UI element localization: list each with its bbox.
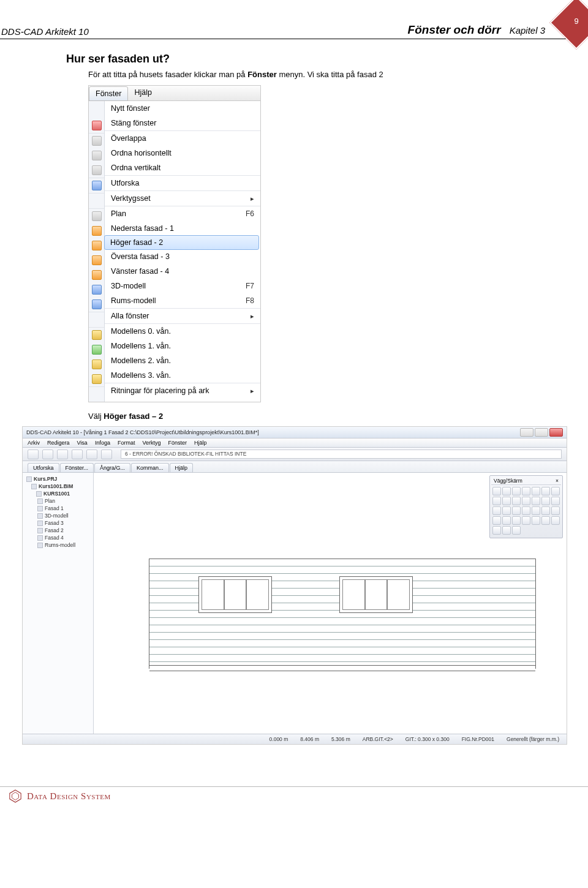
palette-button[interactable] (522, 497, 530, 505)
app-menu-arkiv[interactable]: Arkiv (28, 440, 40, 446)
palette-button[interactable] (502, 526, 511, 535)
toolbar-button[interactable] (42, 450, 53, 459)
tree-fasad4[interactable]: Fasad 4 (25, 534, 91, 541)
palette-button[interactable] (512, 506, 521, 515)
facade-foundation (149, 665, 535, 671)
palette-button[interactable] (512, 526, 521, 535)
palette-button[interactable] (502, 497, 511, 505)
palette-button[interactable] (541, 506, 550, 515)
menu-ordna-h[interactable]: Ordna horisontellt (105, 146, 260, 160)
tree-plan[interactable]: Plan (25, 497, 91, 505)
palette-close-icon[interactable]: × (556, 478, 559, 484)
dds-logo-icon (9, 789, 22, 803)
menu-modell-1[interactable]: Modellens 1. vån. (105, 339, 260, 353)
menu-stang-fonster[interactable]: Stäng fönster (105, 116, 260, 130)
palette-button[interactable] (532, 487, 540, 495)
toolbar-button[interactable] (28, 450, 39, 459)
minimize-button[interactable] (520, 428, 533, 437)
palette-button[interactable] (551, 516, 560, 525)
app-menu-fonster[interactable]: Fönster (168, 440, 187, 446)
doc-icon (37, 513, 43, 519)
menu-hoger-fasad[interactable]: Höger fasad - 2 (104, 235, 259, 250)
palette-button[interactable] (492, 506, 501, 515)
palette-button[interactable] (492, 497, 501, 505)
tab-utforska[interactable]: Utforska (28, 463, 59, 472)
palette-button[interactable] (522, 506, 530, 515)
status-z: 5.306 m (331, 736, 350, 742)
tile-h-icon (92, 151, 102, 160)
menu-alla-fonster[interactable]: Alla fönster (105, 309, 260, 323)
menu-utforska[interactable]: Utforska (105, 176, 260, 190)
tree-fasad1[interactable]: Fasad 1 (25, 505, 91, 512)
drawing-canvas[interactable]: Vägg/Skärm× (94, 473, 567, 734)
palette-button[interactable] (532, 506, 540, 515)
maximize-button[interactable] (535, 428, 548, 437)
menu-vanster-fasad[interactable]: Vänster fasad - 4 (105, 264, 260, 279)
submenu-arrow-icon (251, 194, 254, 203)
palette-button[interactable] (512, 516, 521, 525)
menubar-fonster[interactable]: Fönster (89, 86, 128, 101)
menu-overlappa[interactable]: Överlappa (105, 131, 260, 146)
tile-v-icon (92, 165, 102, 175)
menu-verktygsset[interactable]: Verktygsset (105, 191, 260, 206)
menu-rums-modell[interactable]: Rums-modellF8 (105, 293, 260, 308)
menu-modell-0[interactable]: Modellens 0. vån. (105, 324, 260, 339)
palette-button[interactable] (502, 487, 511, 495)
palette-button[interactable] (492, 487, 501, 495)
palette-button[interactable] (522, 487, 530, 495)
palette-button[interactable] (502, 506, 511, 515)
palette-button[interactable] (541, 497, 550, 505)
palette-button[interactable] (551, 506, 560, 515)
tab-hjalp[interactable]: Hjälp (170, 463, 194, 472)
palette-button[interactable] (492, 526, 501, 535)
tab-fonster[interactable]: Fönster... (60, 463, 94, 472)
menu-ritningar[interactable]: Ritningar för placering på ark (105, 383, 260, 398)
menu-oversta-fasad[interactable]: Översta fasad - 3 (105, 249, 260, 264)
palette-button[interactable] (522, 516, 530, 525)
tree-fasad2[interactable]: Fasad 2 (25, 527, 91, 534)
menu-plan[interactable]: PlanF6 (105, 206, 260, 221)
intro-paragraph: För att titta på husets fasader klickar … (88, 69, 570, 80)
section-title: Fönster och dörr (408, 23, 501, 37)
menu-nytt-fonster[interactable]: Nytt fönster (105, 101, 260, 116)
app-menu-format[interactable]: Format (118, 440, 135, 446)
app-menu-infoga[interactable]: Infoga (95, 440, 110, 446)
toolbar-button[interactable] (72, 450, 83, 459)
palette-button[interactable] (551, 497, 560, 505)
app-menu-hjalp[interactable]: Hjälp (194, 440, 207, 446)
palette-button[interactable] (541, 487, 550, 495)
tab-komman[interactable]: Komman... (131, 463, 169, 472)
page-footer: Data Design System (0, 786, 588, 815)
tree-project[interactable]: Kurs1001.BIM (25, 483, 91, 490)
tree-root[interactable]: Kurs.PRJ (25, 475, 91, 483)
palette-button[interactable] (551, 487, 560, 495)
tool-palette[interactable]: Vägg/Skärm× (489, 475, 563, 538)
app-menu-redigera[interactable]: Redigera (47, 440, 70, 446)
tree-rums[interactable]: Rums-modell (25, 541, 91, 549)
menu-modell-2[interactable]: Modellens 2. vån. (105, 353, 260, 368)
close-button[interactable] (549, 428, 563, 437)
toolbar-button[interactable] (101, 450, 112, 459)
tree-fasad3[interactable]: Fasad 3 (25, 519, 91, 527)
palette-button[interactable] (502, 516, 511, 525)
app-menubar: Arkiv Redigera Visa Infoga Format Verkty… (23, 438, 567, 448)
toolbar-button[interactable] (86, 450, 97, 459)
menu-ordna-v[interactable]: Ordna vertikalt (105, 160, 260, 175)
facade-window-1 (198, 576, 272, 613)
palette-button[interactable] (532, 497, 540, 505)
palette-button[interactable] (492, 516, 501, 525)
toolbar-button[interactable] (57, 450, 68, 459)
tree-3dmodel[interactable]: 3D-modell (25, 512, 91, 519)
app-menu-visa[interactable]: Visa (77, 440, 88, 446)
menu-3d-modell[interactable]: 3D-modellF7 (105, 279, 260, 293)
palette-button[interactable] (541, 516, 550, 525)
menu-nedersta-fasad[interactable]: Nedersta fasad - 1 (105, 221, 260, 236)
palette-button[interactable] (512, 497, 521, 505)
tree-model[interactable]: KURS1001 (25, 490, 91, 497)
menu-modell-3[interactable]: Modellens 3. vån. (105, 368, 260, 383)
palette-button[interactable] (532, 516, 540, 525)
menubar-hjalp[interactable]: Hjälp (128, 86, 158, 100)
app-menu-verktyg[interactable]: Verktyg (142, 440, 160, 446)
palette-button[interactable] (512, 487, 521, 495)
tab-angra[interactable]: Ångra/G... (94, 463, 130, 472)
